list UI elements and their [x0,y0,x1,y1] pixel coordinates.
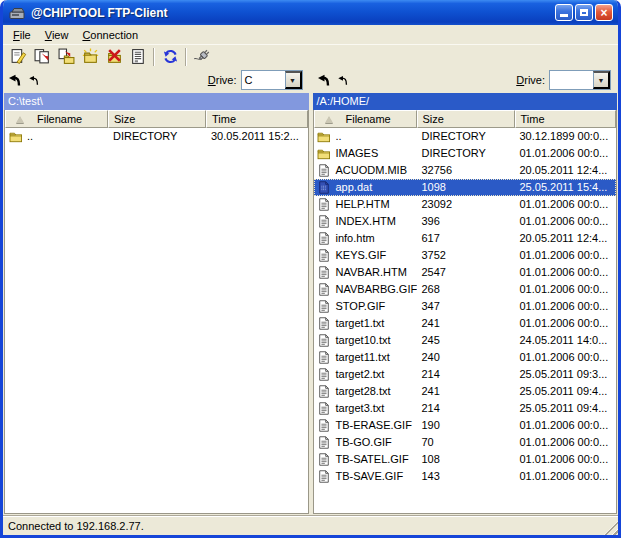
file-size: 245 [417,332,515,349]
window-title: @CHIPTOOL FTP-Client [31,6,550,20]
maximize-button[interactable] [575,4,593,21]
table-row[interactable]: KEYS.GIF375201.01.2006 00:0... [314,247,617,264]
file-size: 347 [417,298,515,315]
table-row[interactable]: INDEX.HTM39601.01.2006 00:0... [314,213,617,230]
new-folder-icon [82,48,99,65]
status-text: Connected to 192.168.2.77. [8,520,144,532]
file-icon [317,300,332,313]
file-time: 25.05.2011 09:4... [515,400,617,417]
close-button[interactable]: × [595,4,613,21]
table-row[interactable]: info.htm61720.05.2011 12:4... [314,230,617,247]
file-name: target3.txt [336,400,385,417]
file-time: 01.01.2006 00:0... [515,417,617,434]
back-arrow-icon [28,74,40,86]
table-row[interactable]: IMAGESDIRECTORY01.01.2006 00:0... [314,145,617,162]
table-row[interactable]: TB-SATEL.GIF10801.01.2006 00:0... [314,451,617,468]
title-bar[interactable]: @CHIPTOOL FTP-Client × [3,0,618,25]
file-icon [317,215,332,228]
table-row[interactable]: TB-SAVE.GIF14301.01.2006 00:0... [314,468,617,485]
file-time: 25.05.2011 09:4... [515,383,617,400]
toolbar [3,44,618,68]
right-back-arrow-button[interactable] [317,73,331,87]
minimize-button[interactable] [555,4,573,21]
resize-grip[interactable] [604,521,618,535]
table-row[interactable]: target1.txt24101.01.2006 00:0... [314,315,617,332]
file-icon [317,436,332,449]
menu-connection[interactable]: Connection [75,27,145,43]
file-icon [317,385,332,398]
remote-file-list: ..DIRECTORY30.12.1899 00:0...IMAGESDIREC… [314,128,617,513]
table-row[interactable]: ..DIRECTORY30.12.1899 00:0... [314,128,617,145]
table-row[interactable]: target11.txt24001.01.2006 00:0... [314,349,617,366]
left-panel-controls: Drive: C ▼ [4,68,309,92]
table-row[interactable]: ACUODM.MIB3275620.05.2011 12:4... [314,162,617,179]
remote-panel: /A:/HOME/ Filename Size Time ..DIRECTORY… [313,93,618,514]
file-name: TB-ERASE.GIF [336,417,412,434]
file-time: 01.01.2006 00:0... [515,213,617,230]
file-size: 240 [417,349,515,366]
table-row[interactable]: target2.txt21425.05.2011 09:3... [314,366,617,383]
file-name: NAVBAR.HTM [336,264,407,281]
table-row[interactable]: HELP.HTM2309201.01.2006 00:0... [314,196,617,213]
right-drive-dropdown-button[interactable]: ▼ [593,71,610,89]
file-name: ACUODM.MIB [336,162,408,179]
file-size: 108 [417,451,515,468]
table-row[interactable]: TB-GO.GIF7001.01.2006 00:0... [314,434,617,451]
edit-file-button[interactable] [6,46,30,68]
file-name: .. [336,128,342,145]
file-size: 1098 [417,179,515,196]
table-row[interactable]: target10.txt24524.05.2011 14:0... [314,332,617,349]
refresh-button[interactable] [158,46,182,68]
file-size: 241 [417,383,515,400]
left-up-arrow-button[interactable] [28,74,40,86]
menu-view[interactable]: View [38,27,76,43]
file-size: DIRECTORY [417,145,515,162]
folder-icon [317,147,332,160]
table-row[interactable]: app.dat109825.05.2011 15:4... [314,179,617,196]
left-drive-value: C [242,71,285,89]
column-header-filename[interactable]: Filename [5,110,108,128]
sort-ascending-icon [325,116,333,123]
chevron-down-icon: ▼ [598,77,605,84]
file-size: 617 [417,230,515,247]
file-icon [317,283,332,296]
table-row[interactable]: target3.txt21425.05.2011 09:4... [314,400,617,417]
file-size: DIRECTORY [108,128,206,145]
copy-files-button[interactable] [30,46,54,68]
column-header-time[interactable]: Time [515,110,617,128]
column-header-filename[interactable]: Filename [314,110,417,128]
column-header-size[interactable]: Size [417,110,515,128]
left-drive-label: Drive: [208,74,237,86]
table-row[interactable]: TB-ERASE.GIF19001.01.2006 00:0... [314,417,617,434]
column-header-size[interactable]: Size [108,110,206,128]
file-name: target1.txt [336,315,385,332]
table-row[interactable]: NAVBARBG.GIF26801.01.2006 00:0... [314,281,617,298]
remote-column-headers: Filename Size Time [314,110,617,128]
right-up-arrow-button[interactable] [337,74,349,86]
column-header-time[interactable]: Time [206,110,308,128]
file-icon [317,266,332,279]
left-drive-select[interactable]: C ▼ [241,70,303,90]
new-folder-button[interactable] [78,46,102,68]
local-panel: C:\test\ Filename Size Time ..DIRECTORY3… [4,93,309,514]
left-back-arrow-button[interactable] [8,73,22,87]
delete-button[interactable] [102,46,126,68]
file-time: 01.01.2006 00:0... [515,264,617,281]
table-row[interactable]: ..DIRECTORY30.05.2011 15:2... [5,128,308,145]
file-list-button[interactable] [126,46,150,68]
download-to-folder-button[interactable] [54,46,78,68]
toolbar-separator [153,48,155,66]
table-row[interactable]: STOP.GIF34701.01.2006 00:0... [314,298,617,315]
right-drive-select[interactable]: ▼ [549,70,611,90]
menu-file[interactable]: File [6,27,38,43]
connect-button[interactable] [190,46,214,68]
file-size: 32756 [417,162,515,179]
table-row[interactable]: target28.txt24125.05.2011 09:4... [314,383,617,400]
file-time: 01.01.2006 00:0... [515,196,617,213]
menu-bar: File View Connection [3,25,618,44]
left-drive-dropdown-button[interactable]: ▼ [285,71,302,89]
file-panels: C:\test\ Filename Size Time ..DIRECTORY3… [3,92,618,516]
file-name: target10.txt [336,332,391,349]
table-row[interactable]: NAVBAR.HTM254701.01.2006 00:0... [314,264,617,281]
file-icon [317,351,332,364]
